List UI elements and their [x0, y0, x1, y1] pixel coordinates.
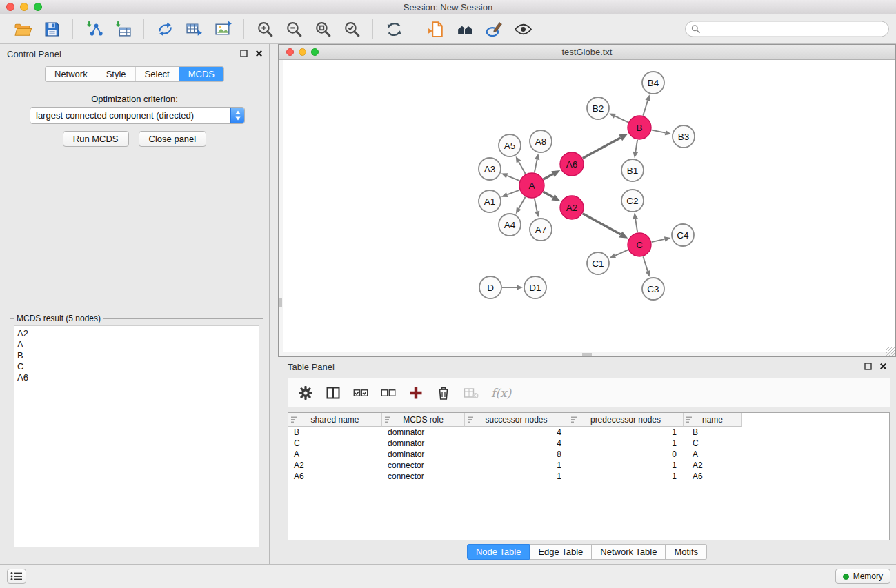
close-panel-button[interactable]: [255, 50, 263, 57]
criterion-dropdown[interactable]: largest connected component (directed): [30, 107, 245, 124]
graph-edge-A-A5[interactable]: [519, 162, 526, 174]
table-settings-button[interactable]: [298, 385, 313, 401]
graph-edge-C-C2[interactable]: [635, 219, 637, 233]
zoom-out-button[interactable]: [281, 17, 306, 41]
network-window-titlebar[interactable]: testGlobe.txt: [279, 45, 895, 60]
open-session-button[interactable]: [10, 17, 35, 41]
open-document-button[interactable]: [424, 17, 448, 41]
export-image-button[interactable]: [210, 17, 235, 41]
table-row[interactable]: Bdominator41B: [288, 427, 889, 438]
vertical-scrollbar[interactable]: [279, 60, 283, 352]
horizontal-scroll-thumb[interactable]: [582, 353, 592, 356]
task-history-button[interactable]: [7, 569, 26, 584]
search-box[interactable]: [685, 21, 889, 37]
tab-edge-table[interactable]: Edge Table: [530, 544, 592, 560]
float-table-panel-button[interactable]: [864, 363, 872, 370]
tab-select[interactable]: Select: [136, 67, 179, 81]
deselect-all-columns-button[interactable]: [381, 385, 396, 401]
network-minimize-button[interactable]: [299, 48, 306, 56]
table-row[interactable]: A2connector11A2: [288, 460, 889, 471]
function-builder-button[interactable]: f(x): [491, 386, 511, 400]
close-table-panel-button[interactable]: [879, 363, 887, 370]
memory-button[interactable]: Memory: [835, 569, 890, 584]
run-mcds-button[interactable]: Run MCDS: [63, 131, 129, 147]
tab-network[interactable]: Network: [46, 67, 97, 81]
column-header-shared-name[interactable]: shared name: [288, 413, 382, 427]
graph-edge-C-C1[interactable]: [615, 250, 628, 256]
graph-edge-B-B4[interactable]: [643, 101, 648, 116]
export-network-icon: [156, 20, 175, 39]
zoom-selected-button[interactable]: [339, 17, 364, 41]
tab-mcds[interactable]: MCDS: [179, 67, 223, 81]
table-cell: 1: [568, 427, 684, 437]
graph-edge-B-B2[interactable]: [615, 116, 628, 122]
import-table-button[interactable]: [110, 17, 135, 41]
network-zoom-button[interactable]: [311, 48, 319, 56]
refresh-view-button[interactable]: [381, 17, 406, 41]
column-header-mcds-role[interactable]: MCDS role: [382, 413, 465, 427]
export-table-button[interactable]: [181, 17, 206, 41]
column-header-predecessor-nodes[interactable]: predecessor nodes: [568, 413, 684, 427]
tab-motifs[interactable]: Motifs: [666, 544, 707, 560]
tab-node-table[interactable]: Node Table: [467, 544, 530, 560]
graph-edge-A6-B[interactable]: [583, 138, 621, 159]
show-hide-details-button[interactable]: [510, 17, 535, 41]
mcds-result-group: MCDS result (5 nodes) A2ABCA6: [10, 318, 263, 551]
graph-edge-A-A3[interactable]: [507, 176, 519, 181]
graph-edge-C-C3[interactable]: [643, 256, 648, 271]
mcds-result-item[interactable]: A6: [17, 372, 256, 383]
pencil-circle-icon: [485, 20, 504, 39]
resize-grip-icon[interactable]: [886, 347, 895, 356]
float-panel-button[interactable]: [240, 50, 248, 57]
delete-table-button[interactable]: [464, 385, 479, 401]
graph-edge-B-B3[interactable]: [652, 130, 666, 133]
column-header-name[interactable]: name: [684, 413, 742, 427]
mcds-result-item[interactable]: B: [17, 350, 256, 361]
table-row[interactable]: Cdominator41C: [288, 438, 889, 449]
import-network-button[interactable]: [81, 17, 106, 41]
mcds-result-item[interactable]: A2: [17, 328, 256, 339]
tab-network-table[interactable]: Network Table: [592, 544, 666, 560]
network-canvas[interactable]: B4B2BB3A5A8A6A3B1AA1A2C2A4A7CC4C1C3DD1: [279, 60, 895, 356]
search-input[interactable]: [704, 24, 883, 34]
create-column-button[interactable]: [408, 385, 424, 401]
table-row[interactable]: A6connector11A6: [288, 471, 889, 482]
annotation-style-button[interactable]: [481, 17, 506, 41]
tab-style[interactable]: Style: [97, 67, 136, 81]
graph-edge-A-A6[interactable]: [544, 174, 553, 179]
graph-edge-A-A4[interactable]: [519, 197, 525, 209]
node-table[interactable]: shared nameMCDS rolesuccessor nodesprede…: [288, 412, 890, 540]
mcds-result-list[interactable]: A2ABCA6: [14, 325, 259, 547]
graph-edge-A-A2[interactable]: [544, 192, 553, 197]
table-cell: A: [288, 449, 382, 459]
home-view-button[interactable]: [452, 17, 477, 41]
zoom-in-button[interactable]: [252, 17, 277, 41]
graph-edge-A-A8[interactable]: [535, 159, 537, 172]
network-graph[interactable]: B4B2BB3A5A8A6A3B1AA1A2C2A4A7CC4C1C3DD1: [279, 60, 895, 356]
table-cell: 4: [465, 427, 568, 437]
graph-node-label: C3: [647, 284, 659, 294]
export-network-button[interactable]: [152, 17, 177, 41]
mcds-result-item[interactable]: C: [17, 361, 256, 372]
mcds-result-item[interactable]: A: [17, 339, 256, 350]
close-window-button[interactable]: [6, 3, 14, 11]
save-session-button[interactable]: [39, 17, 64, 41]
fullscreen-window-button[interactable]: [34, 3, 42, 11]
graph-edge-A-A7[interactable]: [535, 199, 537, 212]
vertical-scroll-thumb[interactable]: [279, 298, 282, 307]
network-close-button[interactable]: [286, 48, 294, 56]
zoom-fit-button[interactable]: [310, 17, 335, 41]
minimize-window-button[interactable]: [20, 3, 28, 11]
horizontal-scrollbar[interactable]: [279, 352, 895, 356]
show-columns-button[interactable]: [326, 385, 341, 401]
delete-column-button[interactable]: [436, 385, 451, 401]
select-all-columns-button[interactable]: [353, 385, 368, 401]
graph-edge-B-B1[interactable]: [635, 140, 637, 152]
graph-edge-A2-C[interactable]: [583, 214, 621, 234]
table-cell: C: [684, 438, 742, 448]
close-mcds-panel-button[interactable]: Close panel: [139, 131, 207, 147]
table-row[interactable]: Adominator80A: [288, 449, 889, 460]
graph-edge-C-C4[interactable]: [652, 239, 665, 242]
column-header-successor-nodes[interactable]: successor nodes: [465, 413, 568, 427]
graph-edge-A-A1[interactable]: [507, 190, 519, 195]
